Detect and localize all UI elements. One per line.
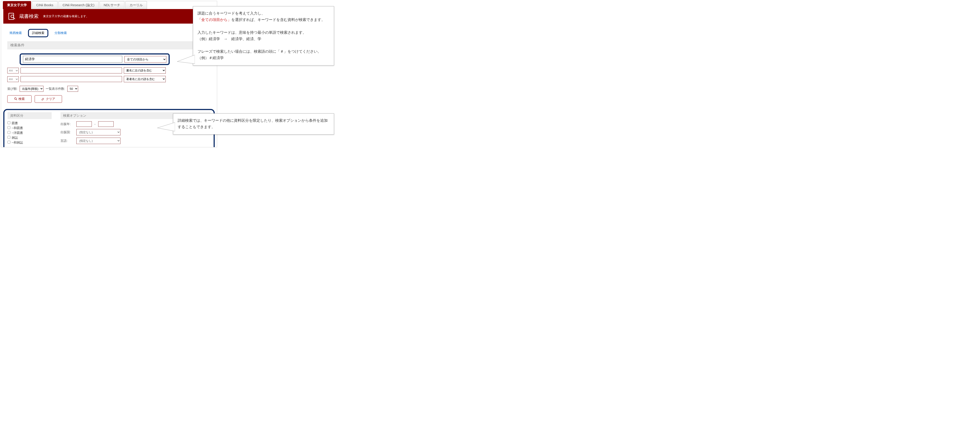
keyword-input[interactable] bbox=[23, 56, 122, 63]
svg-point-1 bbox=[11, 15, 14, 18]
pubyear-label: 出版年: bbox=[60, 122, 74, 126]
country-label: 出版国: bbox=[60, 130, 74, 134]
tab-cinii-books[interactable]: CiNii Books bbox=[32, 1, 57, 9]
page-subtitle: 東京女子大学の蔵書を検索します。 bbox=[43, 14, 89, 18]
pubyear-to[interactable] bbox=[98, 121, 114, 127]
header-banner: 蔵書検索 東京女子大学の蔵書を検索します。 bbox=[3, 9, 215, 24]
eraser-icon bbox=[41, 97, 45, 101]
book-search-icon bbox=[8, 12, 16, 21]
lang-select[interactable]: (指定なし) bbox=[76, 138, 121, 144]
svg-marker-6 bbox=[158, 122, 175, 131]
callout1-line4: （例）経済学 → 経済学、経済、学 bbox=[197, 36, 329, 42]
search-button[interactable]: 検索 bbox=[7, 95, 32, 103]
field-select-primary[interactable]: 全ての項目から bbox=[124, 56, 166, 63]
page-title: 蔵書検索 bbox=[19, 13, 39, 20]
primary-search-row: 全ての項目から bbox=[20, 53, 170, 65]
callout1-line1: 課題に合うキーワードを考えて入力し、 bbox=[197, 10, 329, 17]
country-select[interactable]: (指定なし) bbox=[76, 129, 121, 135]
callout-tail-icon bbox=[158, 120, 175, 133]
callout1-line3: 入力したキーワードは、意味を持つ最小の単語で検索されます。 bbox=[197, 30, 329, 36]
sort-label: 並び順: bbox=[7, 87, 18, 91]
count-label: 一覧表示件数: bbox=[46, 87, 65, 91]
section-conditions-label: 検索条件 bbox=[7, 41, 211, 49]
svg-rect-0 bbox=[9, 13, 14, 20]
callout-keyword-help: 課題に合うキーワードを考えて入力し、 「全ての項目から」を選択すれば、キーワード… bbox=[193, 6, 334, 65]
callout1-line2: 「全ての項目から」を選択すれば、キーワードを含む資料が検索できます。 bbox=[197, 17, 329, 23]
lang-label: 言語: bbox=[60, 139, 74, 143]
callout2-text: 詳細検索では、キーワードの他に資料区分を限定したり、検索オプションから条件を追加… bbox=[178, 117, 329, 130]
check-jjournal[interactable]: --和雑誌 bbox=[8, 141, 52, 145]
search-icon bbox=[14, 97, 17, 101]
callout1-line5: フレーズで検索したい場合には、検索語の頭に「＃」をつけてください。 bbox=[197, 49, 329, 55]
check-book[interactable]: 図書 bbox=[8, 121, 52, 125]
tab-calil[interactable]: カーリル bbox=[125, 1, 147, 9]
clear-button-label: クリア bbox=[46, 97, 55, 101]
callout-tail-icon bbox=[177, 53, 195, 66]
svg-line-4 bbox=[16, 99, 17, 100]
check-jbook[interactable]: --和図書 bbox=[8, 126, 52, 130]
search-button-label: 検索 bbox=[19, 97, 25, 101]
subnav-detail[interactable]: 詳細検索 bbox=[28, 29, 48, 37]
keyword-input-2[interactable] bbox=[21, 68, 122, 73]
pubyear-from[interactable] bbox=[76, 121, 92, 127]
field-select-3[interactable]: 著者名に左の語を含む bbox=[124, 76, 166, 82]
subnav-simple[interactable]: 簡易検索 bbox=[10, 31, 22, 35]
check-fbook[interactable]: --洋図書 bbox=[8, 131, 52, 135]
callout-options-help: 詳細検索では、キーワードの他に資料区分を限定したり、検索オプションから条件を追加… bbox=[173, 113, 334, 135]
tab-twcu[interactable]: 東京女子大学 bbox=[3, 1, 31, 9]
check-journal[interactable]: 雑誌 bbox=[8, 136, 52, 140]
count-select[interactable]: 50 bbox=[67, 86, 78, 92]
clear-button[interactable]: クリア bbox=[35, 95, 62, 103]
tab-cinii-research[interactable]: CiNii Research (論文) bbox=[59, 1, 99, 9]
svg-marker-5 bbox=[177, 55, 195, 64]
subnav-classify[interactable]: 分類検索 bbox=[54, 31, 67, 35]
tab-ndl[interactable]: NDLサーチ bbox=[100, 1, 124, 9]
operator-select-1[interactable]: ANI bbox=[7, 68, 19, 73]
callout1-line6: （例）＃経済学 bbox=[197, 55, 329, 61]
field-select-2[interactable]: 書名に左の語を含む bbox=[124, 67, 166, 74]
material-type-heading: 資料区分 bbox=[8, 112, 52, 119]
sort-select[interactable]: 出版年(降順) bbox=[20, 86, 43, 92]
svg-point-3 bbox=[14, 97, 16, 99]
operator-select-2[interactable]: ANI bbox=[7, 76, 19, 82]
keyword-input-3[interactable] bbox=[21, 76, 122, 82]
